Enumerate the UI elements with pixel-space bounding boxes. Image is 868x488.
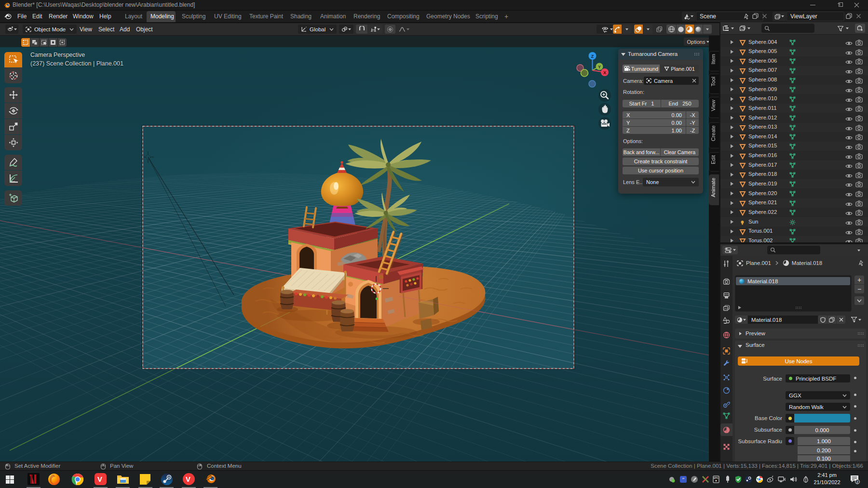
svg-text:Z: Z [591, 54, 594, 59]
svg-text:2: 2 [856, 480, 858, 484]
svg-text:Y: Y [598, 65, 601, 69]
svg-text:X: X [603, 70, 606, 75]
svg-text:”: ” [682, 476, 685, 482]
svg-text:■: ■ [716, 479, 717, 482]
